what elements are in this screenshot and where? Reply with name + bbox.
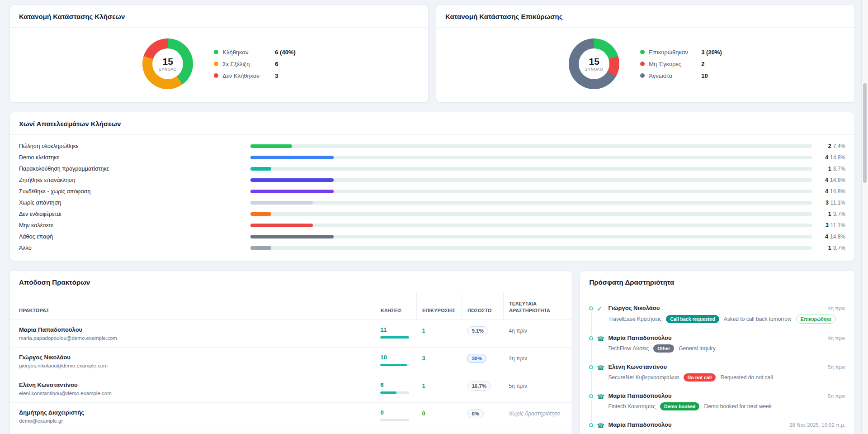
legend-label: Μη Έγκυρες <box>649 61 699 67</box>
activity-top-line: Γιώργος Νικολάου 4η πριν <box>608 305 845 311</box>
funnel-percent: 14.8% <box>830 154 845 161</box>
agents-card-header: Απόδοση Πρακτόρων <box>10 271 572 293</box>
agent-validations-count: 3 <box>422 355 425 362</box>
activity-card-header: Πρόσφατη Δραστηριότητα <box>580 271 854 293</box>
funnel-bar[interactable] <box>250 235 812 238</box>
funnel-percent: 7.4% <box>833 143 845 149</box>
column-header-rate[interactable]: ΠΟΣΟΣΤΟ <box>462 293 503 320</box>
agent-performance-card: Απόδοση Πρακτόρων ΠΡΑΚΤΟΡΑΣ ΚΛΗΣΕΙΣ ΕΠΙΚ… <box>9 270 572 434</box>
funnel-bar[interactable] <box>250 224 812 227</box>
legend-item: Δεν Κλήθηκαν 3 <box>214 72 296 79</box>
activity-item[interactable]: Ελένη Κωνσταντίνου 5η πριν SecureNet Κυβ… <box>589 358 845 387</box>
card-title: Πρόσφατη Δραστηριότητα <box>589 278 845 286</box>
activity-agent-name: Ελένη Κωνσταντίνου <box>608 363 667 370</box>
donut-center: 15 ΣΥΝΟΛΟ <box>579 48 609 79</box>
agent-row[interactable]: Μαρία Παπαδοπούλου maria.papadopoulou@de… <box>10 320 572 347</box>
funnel-bar[interactable] <box>250 246 812 250</box>
activity-time: 28 Νοε 2025, 10:52 π.μ. <box>789 422 845 428</box>
activity-item[interactable]: Μαρία Παπαδοπούλου 5η πριν Fintech Καινο… <box>589 387 845 416</box>
activity-timeline <box>589 421 608 431</box>
agent-calls-count: 10 <box>380 354 411 361</box>
activity-item[interactable]: Μαρία Παπαδοπούλου 4η πριν TechFlow Λύσε… <box>589 329 845 358</box>
legend-value: 3 (20%) <box>701 49 722 56</box>
funnel-chart: Πώληση ολοκληρώθηκε 27.4% Demo κλείστηκε <box>10 135 854 261</box>
funnel-count: 3 <box>826 222 829 229</box>
agent-calls-cell: 10 <box>375 347 416 375</box>
agent-calls-cell: 0 <box>375 402 416 430</box>
funnel-percent: 11.1% <box>830 222 845 229</box>
funnel-percent: 3.7% <box>833 166 845 172</box>
validation-status-card: Κατανομή Κατάστασης Επικύρωσης 15 ΣΥΝΟΛΟ… <box>436 5 855 103</box>
funnel-count: 3 <box>826 200 829 206</box>
activity-timeline <box>589 305 608 324</box>
donut-total-label: ΣΥΝΟΛΟ <box>159 67 177 72</box>
card-title: Απόδοση Πρακτόρων <box>19 278 563 286</box>
activity-timeline <box>589 334 608 353</box>
activity-detail-line: TravelEase Κρατήσεις Call back requested… <box>608 315 845 324</box>
agent-last-activity-cell: 5η πριν <box>503 375 572 402</box>
activity-detail-line: Fintech Καινοτομίες Demo booked Demo boo… <box>608 402 845 410</box>
timeline-node-icon <box>589 365 593 369</box>
agent-row[interactable]: Ελένη Κωνσταντίνου eleni.konstantinou@de… <box>10 375 572 402</box>
agent-validations-cell: 1 <box>416 375 462 402</box>
funnel-bar[interactable] <box>250 201 812 205</box>
activity-timeline <box>589 363 608 382</box>
funnel-row: Μην καλέσετε 311.1% <box>19 222 845 229</box>
funnel-row: Παρακολούθηση προγραμματίστηκε 13.7% <box>19 165 845 172</box>
funnel-row-value: 414.8% <box>816 154 845 161</box>
agent-rate-cell: 16.7% <box>462 375 503 402</box>
agent-validations-cell: 1 <box>416 320 462 347</box>
activity-item[interactable]: Μαρία Παπαδοπούλου 28 Νοε 2025, 10:52 π.… <box>589 416 845 434</box>
legend-color-dot <box>640 62 645 66</box>
funnel-row-label: Demo κλείστηκε <box>19 154 250 161</box>
agent-rate-cell: 9.1% <box>462 320 503 347</box>
funnel-bar[interactable] <box>250 167 812 171</box>
agent-name: Μαρία Παπαδοπούλου <box>19 326 369 333</box>
page-scrollbar[interactable] <box>861 0 868 434</box>
agent-calls-bar <box>380 391 409 394</box>
validation-status-donut-chart[interactable]: 15 ΣΥΝΟΛΟ <box>569 38 619 89</box>
agent-validations-count: 1 <box>422 382 425 389</box>
donut-total-value: 15 <box>589 57 599 66</box>
call-status-donut-chart[interactable]: 15 ΣΥΝΟΛΟ <box>142 38 193 89</box>
funnel-bar[interactable] <box>250 190 812 193</box>
funnel-bar[interactable] <box>250 156 812 159</box>
agent-validations-cell: 3 <box>416 347 462 375</box>
agent-calls-bar <box>380 364 409 366</box>
funnel-bar[interactable] <box>250 212 812 216</box>
recent-activity-card: Πρόσφατη Δραστηριότητα Γιώργος Νικολάου … <box>580 270 855 434</box>
activity-agent-name: Γιώργος Νικολάου <box>608 305 660 311</box>
column-header-validations[interactable]: ΕΠΙΚΥΡΩΣΕΙΣ <box>416 293 462 320</box>
agent-last-activity-cell: 4η πριν <box>503 320 572 347</box>
agent-cell: Ελένη Κωνσταντίνου eleni.konstantinou@de… <box>10 375 375 402</box>
funnel-percent: 3.7% <box>833 211 845 217</box>
funnel-bar-fill <box>250 224 313 227</box>
funnel-bar-fill <box>250 144 292 148</box>
call-status-chart-area: 15 ΣΥΝΟΛΟ Κλήθηκαν 6 (40%) <box>10 28 428 100</box>
legend-color-dot <box>214 50 218 54</box>
funnel-bar[interactable] <box>250 144 812 148</box>
card-title: Κατανομή Κατάστασης Κλήσεων <box>19 13 419 20</box>
activity-outcome-badge: Demo booked <box>660 402 699 410</box>
column-header-last-activity[interactable]: ΤΕΛΕΥΤΑΙΑ ΔΡΑΣΤΗΡΙΟΤΗΤΑ <box>503 293 572 320</box>
activity-company: Fintech Καινοτομίες <box>608 403 656 410</box>
funnel-bar[interactable] <box>250 178 812 182</box>
activity-item[interactable]: Γιώργος Νικολάου 4η πριν TravelEase Κρατ… <box>589 300 845 329</box>
activity-detail-line: TechFlow Λύσεις Other General inquiry <box>608 344 845 353</box>
activity-top-line: Μαρία Παπαδοπούλου 4η πριν <box>608 334 845 341</box>
column-header-calls[interactable]: ΚΛΗΣΕΙΣ <box>375 293 416 320</box>
legend-label: Κλήθηκαν <box>222 49 273 56</box>
column-header-agent[interactable]: ΠΡΑΚΤΟΡΑΣ <box>10 293 375 320</box>
activity-content: Μαρία Παπαδοπούλου 5η πριν Fintech Καινο… <box>608 392 845 410</box>
activity-detail-line: SecureNet Κυβερνοασφάλεια Do not call Re… <box>608 373 845 382</box>
scrollbar-thumb[interactable] <box>863 83 867 183</box>
agent-name: Δημήτρης Διαχειριστής <box>19 409 369 416</box>
agent-row[interactable]: Δημήτρης Διαχειριστής demo@example.gr 0 <box>10 402 572 430</box>
agent-validations-cell: 0 <box>416 402 462 430</box>
activity-agent-name: Μαρία Παπαδοπούλου <box>608 421 671 428</box>
funnel-percent: 11.1% <box>830 200 845 206</box>
funnel-row-value: 13.7% <box>816 245 845 251</box>
funnel-row-value: 414.8% <box>816 177 845 183</box>
funnel-row-value: 13.7% <box>816 166 845 172</box>
agent-row[interactable]: Γιώργος Νικολάου giorgos.nikolaou@demo.e… <box>10 347 572 375</box>
